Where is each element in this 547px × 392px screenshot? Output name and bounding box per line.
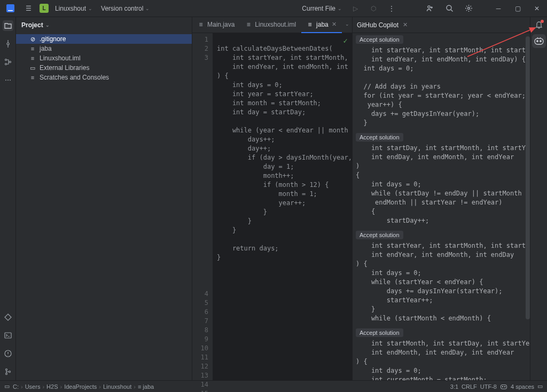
- project-tree[interactable]: ⊘.gitignore≡jaba≡Linuxshout.iml▭External…: [16, 33, 192, 380]
- chevron-down-icon: ⌄: [338, 6, 342, 11]
- solution-code: int startDay, int startMonth, int startY…: [353, 144, 530, 229]
- notification-dot: [541, 20, 544, 23]
- editor-content[interactable]: int calculateDaysBetweenDates( int start…: [213, 33, 352, 380]
- svg-point-3: [447, 5, 451, 10]
- tree-item-1[interactable]: ≡jaba: [16, 44, 192, 53]
- tree-item-label: .gitignore: [40, 35, 66, 43]
- search-icon[interactable]: [442, 2, 456, 15]
- structure-tool-icon[interactable]: [3, 57, 13, 67]
- git-tool-icon[interactable]: [3, 366, 13, 377]
- svg-point-16: [536, 41, 538, 42]
- breadcrumb[interactable]: C:›Users›H2S›IdeaProjects›Linuxshout›≡ j…: [13, 383, 154, 390]
- copilot-solution-0: Accept solution int startYear, int start…: [353, 33, 530, 131]
- tree-item-label: External Libraries: [40, 64, 89, 72]
- svg-point-14: [9, 371, 10, 373]
- svg-point-20: [504, 386, 505, 387]
- svg-rect-18: [501, 385, 506, 389]
- file-encoding[interactable]: UTF-8: [480, 383, 497, 390]
- copilot-suggestions[interactable]: Accept solution int startYear, int start…: [353, 33, 530, 380]
- tree-item-0[interactable]: ⊘.gitignore: [16, 34, 192, 44]
- copilot-solution-1: Accept solution int startDay, int startM…: [353, 131, 530, 229]
- file-icon: ≡: [307, 21, 313, 28]
- terminal-tool-icon[interactable]: [3, 330, 13, 341]
- file-icon: ≡: [29, 45, 36, 52]
- editor-tab-1[interactable]: ≡Linuxshout.iml: [240, 17, 301, 33]
- tree-item-label: Linuxshout.iml: [40, 54, 81, 62]
- copilot-status-icon[interactable]: [500, 383, 507, 390]
- problems-tool-icon[interactable]: [3, 348, 13, 359]
- file-icon: ≡: [29, 54, 36, 62]
- status-bar: ▭ C:›Users›H2S›IdeaProjects›Linuxshout›≡…: [0, 380, 547, 392]
- svg-rect-0: [6, 4, 14, 12]
- chevron-down-icon: ⌄: [145, 6, 150, 11]
- svg-point-13: [5, 373, 7, 375]
- tree-item-label: jaba: [40, 45, 52, 52]
- solution-code: int startMonth, int startDay, int startY…: [353, 339, 530, 380]
- svg-point-12: [5, 369, 7, 371]
- svg-marker-9: [5, 314, 11, 320]
- editor-tab-2[interactable]: ≡jaba✕: [301, 17, 342, 33]
- tree-item-4[interactable]: ≡Scratches and Consoles: [16, 73, 192, 82]
- project-badge: L: [40, 4, 49, 13]
- copilot-solution-2: Accept solution int startYear, int start…: [353, 229, 530, 326]
- project-panel: Project⌄ ⊘.gitignore≡jaba≡Linuxshout.iml…: [16, 17, 192, 380]
- nav-bar-toggle[interactable]: ▭: [4, 383, 10, 390]
- run-button[interactable]: ▷: [348, 2, 362, 15]
- accept-solution-button[interactable]: Accept solution: [356, 231, 403, 239]
- close-button[interactable]: ✕: [530, 2, 544, 15]
- copilot-panel: GitHub Copilot ✕ Accept solution int sta…: [352, 17, 530, 380]
- tree-item-2[interactable]: ≡Linuxshout.iml: [16, 53, 192, 63]
- tree-item-label: Scratches and Consoles: [40, 74, 109, 81]
- more-tool-icon[interactable]: ⋯: [3, 75, 13, 85]
- editor-tab-bar: ≡Main.java≡Linuxshout.iml≡jaba✕ ⌄ ⋮: [192, 17, 352, 33]
- editor-gutter: 123456789101112131415161718: [192, 33, 213, 380]
- run-config-selector[interactable]: Current File⌄: [300, 5, 344, 12]
- tab-label: Linuxshout.iml: [255, 21, 296, 28]
- svg-point-7: [5, 64, 6, 65]
- line-separator[interactable]: CRLF: [462, 383, 477, 390]
- commit-tool-icon[interactable]: [3, 38, 13, 49]
- file-icon: ⊘: [29, 35, 36, 43]
- scrollbar[interactable]: [526, 36, 530, 319]
- services-tool-icon[interactable]: [3, 312, 13, 323]
- copilot-solution-3: Accept solution int startMonth, int star…: [353, 326, 530, 380]
- app-icon[interactable]: [3, 2, 17, 15]
- svg-point-6: [5, 59, 6, 61]
- accept-solution-button[interactable]: Accept solution: [356, 35, 403, 44]
- file-icon: ≡: [29, 74, 36, 81]
- caret-position[interactable]: 3:1: [450, 383, 458, 390]
- code-with-me-icon[interactable]: [423, 2, 437, 15]
- reader-mode-icon[interactable]: ▭: [537, 383, 543, 390]
- maximize-button[interactable]: ▢: [511, 2, 525, 15]
- debug-button[interactable]: ⬡: [366, 2, 380, 15]
- minimize-button[interactable]: ─: [491, 2, 505, 15]
- settings-icon[interactable]: [462, 2, 475, 15]
- accept-solution-button[interactable]: Accept solution: [356, 328, 403, 337]
- tree-item-3[interactable]: ▭External Libraries: [16, 63, 192, 73]
- svg-point-17: [540, 41, 541, 42]
- project-selector[interactable]: Linuxshout⌄: [53, 5, 95, 12]
- main-menu-button[interactable]: ☰: [21, 2, 35, 15]
- close-icon[interactable]: ✕: [403, 21, 408, 28]
- svg-point-19: [502, 386, 503, 387]
- svg-point-5: [7, 43, 9, 45]
- more-button[interactable]: ⋮: [385, 2, 398, 15]
- project-panel-title[interactable]: Project⌄: [16, 17, 192, 33]
- svg-rect-15: [535, 38, 543, 44]
- copilot-tab[interactable]: GitHub Copilot ✕: [357, 21, 408, 29]
- vcs-selector[interactable]: Version control⌄: [99, 5, 152, 12]
- right-tool-strip: [530, 17, 547, 380]
- accept-solution-button[interactable]: Accept solution: [356, 133, 403, 142]
- project-tool-icon[interactable]: [3, 20, 13, 31]
- chevron-down-icon: ⌄: [88, 6, 92, 11]
- close-icon[interactable]: ✕: [332, 21, 337, 28]
- notifications-icon[interactable]: [535, 20, 543, 29]
- indent-settings[interactable]: 4 spaces: [511, 383, 534, 390]
- tab-label: Main.java: [207, 21, 235, 28]
- editor-tab-0[interactable]: ≡Main.java: [192, 17, 240, 33]
- solution-code: int startYear, int startMonth, int start…: [353, 46, 530, 131]
- svg-point-8: [9, 61, 11, 63]
- inspection-ok-icon[interactable]: ✓: [343, 36, 348, 45]
- select-tab-icon[interactable]: ⌄: [345, 21, 349, 29]
- copilot-tool-icon[interactable]: [532, 34, 546, 48]
